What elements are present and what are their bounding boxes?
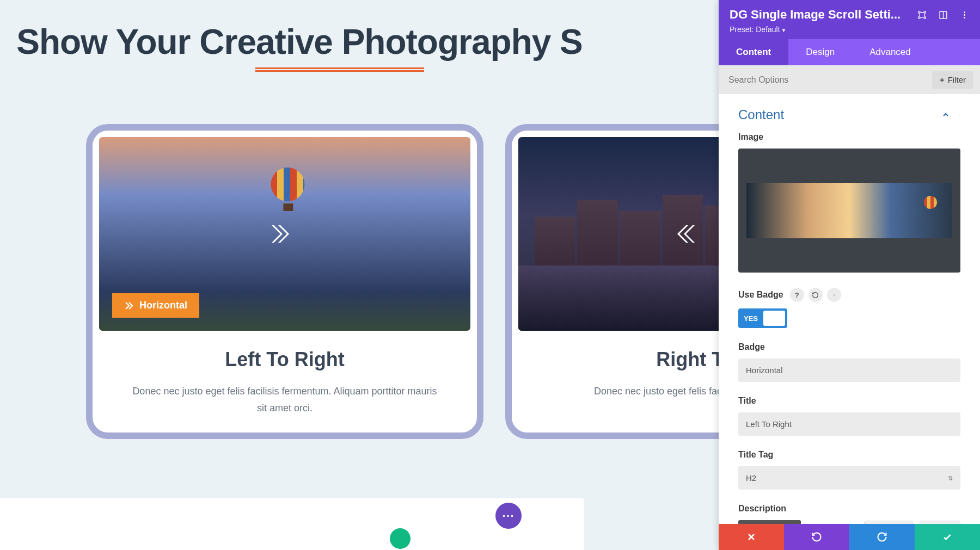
preview-balloon-icon bbox=[924, 196, 937, 212]
scroll-left-icon bbox=[669, 221, 695, 247]
search-filter-row: + Filter bbox=[719, 65, 980, 94]
svg-point-4 bbox=[964, 14, 965, 16]
search-input[interactable] bbox=[725, 72, 927, 88]
tab-design[interactable]: Design bbox=[788, 39, 852, 65]
panel-header: DG Single Image Scroll Setti... Preset: … bbox=[719, 0, 980, 39]
tab-content[interactable]: Content bbox=[719, 39, 788, 65]
help-icon[interactable]: ? bbox=[790, 288, 804, 302]
balloon-icon bbox=[271, 168, 305, 211]
title-underline bbox=[255, 67, 424, 69]
kebab-menu-icon[interactable] bbox=[827, 288, 841, 302]
title-tag-select[interactable]: H2 bbox=[738, 466, 960, 490]
panel-title: DG Single Image Scroll Setti... bbox=[730, 8, 917, 22]
badge: Horizontal bbox=[112, 293, 199, 318]
badge-chevron-icon bbox=[124, 301, 134, 311]
card-title: Left To Right bbox=[99, 348, 470, 371]
svg-point-5 bbox=[964, 17, 965, 18]
svg-point-8 bbox=[959, 115, 959, 116]
title-label: Title bbox=[738, 396, 960, 406]
action-bar bbox=[719, 524, 980, 550]
svg-point-6 bbox=[959, 114, 959, 114]
svg-point-7 bbox=[959, 114, 959, 115]
badge-text: Horizontal bbox=[139, 300, 187, 311]
save-button[interactable] bbox=[915, 524, 980, 550]
tab-advanced[interactable]: Advanced bbox=[852, 39, 928, 65]
filter-button[interactable]: + Filter bbox=[932, 71, 973, 89]
badge-input[interactable] bbox=[738, 359, 960, 382]
white-band bbox=[0, 498, 584, 550]
use-badge-label: Use Badge ? bbox=[738, 288, 960, 302]
image-label: Image bbox=[738, 132, 960, 142]
title-input[interactable] bbox=[738, 412, 960, 436]
kebab-menu-icon[interactable] bbox=[960, 10, 969, 20]
responsive-icon[interactable] bbox=[939, 10, 948, 20]
svg-point-9 bbox=[834, 294, 834, 294]
svg-point-10 bbox=[834, 295, 834, 295]
image-preview[interactable] bbox=[738, 149, 960, 273]
section-header[interactable]: Content bbox=[738, 94, 960, 132]
more-options-fab[interactable]: ··· bbox=[495, 503, 522, 529]
cancel-button[interactable] bbox=[719, 524, 784, 550]
use-badge-toggle[interactable]: YES bbox=[738, 308, 787, 328]
panel-tabs: Content Design Advanced bbox=[719, 39, 980, 65]
card-left-to-right[interactable]: Horizontal Left To Right Donec nec justo… bbox=[86, 124, 483, 439]
undo-button[interactable] bbox=[784, 524, 849, 550]
scroll-right-icon bbox=[272, 221, 298, 247]
section-title: Content bbox=[738, 107, 784, 122]
svg-point-11 bbox=[834, 295, 834, 296]
title-underline2 bbox=[255, 70, 424, 72]
redo-button[interactable] bbox=[849, 524, 915, 550]
svg-point-3 bbox=[964, 11, 965, 13]
badge-label: Badge bbox=[738, 342, 960, 352]
reset-icon[interactable] bbox=[808, 288, 823, 302]
page-title: Show Your Creative Photography S bbox=[0, 22, 599, 62]
chat-bubble[interactable] bbox=[390, 528, 411, 549]
settings-panel: DG Single Image Scroll Setti... Preset: … bbox=[719, 0, 980, 550]
chevron-up-icon[interactable] bbox=[941, 110, 950, 119]
kebab-menu-icon[interactable] bbox=[958, 110, 960, 119]
focus-icon[interactable] bbox=[917, 10, 927, 20]
card-desc: Donec nec justo eget felis facilisis fer… bbox=[99, 383, 470, 416]
svg-rect-0 bbox=[920, 13, 924, 17]
description-label: Description bbox=[738, 504, 960, 514]
card-image: Horizontal bbox=[99, 137, 470, 331]
title-tag-label: Title Tag bbox=[738, 450, 960, 460]
preset-selector[interactable]: Preset: Default▼ bbox=[730, 25, 969, 34]
